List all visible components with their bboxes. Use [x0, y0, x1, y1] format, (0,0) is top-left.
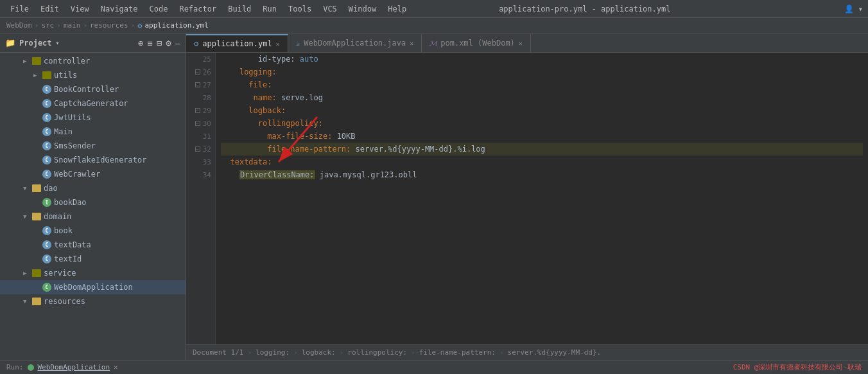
menu-bar: File Edit View Navigate Code Refactor Bu… [0, 0, 868, 18]
sidebar-item-main[interactable]: ▶ C Main [0, 125, 186, 139]
sidebar-item-label: utils [54, 71, 77, 80]
chevron-down-icon: ▼ [23, 213, 30, 220]
menu-item-refactor[interactable]: Refactor [174, 3, 221, 15]
collapse-icon[interactable]: ⊟ [157, 38, 162, 48]
sidebar-item-textdata[interactable]: ▶ C textData [0, 238, 186, 252]
sidebar-item-snowflakeidgenerator[interactable]: ▶ C SnowflakeIdGenerator [0, 153, 186, 167]
sidebar-item-label: resources [44, 297, 85, 306]
list-icon[interactable]: ≡ [147, 38, 152, 48]
sidebar-item-label: WebDomApplication [54, 283, 133, 292]
menu-item-window[interactable]: Window [343, 3, 381, 15]
chevron-right-icon: ▶ [23, 270, 30, 276]
code-line-27: file: [221, 78, 863, 91]
sidebar-item-webcrawler[interactable]: ▶ C WebCrawler [0, 167, 186, 181]
run-status-icon [28, 364, 34, 371]
run-app-name[interactable]: WebDomApplication [38, 363, 110, 371]
menu-item-tools[interactable]: Tools [283, 3, 317, 15]
menu-item-edit[interactable]: Edit [35, 3, 64, 15]
tab-label: application.yml [202, 39, 272, 48]
sidebar-item-label: dao [44, 184, 58, 193]
tab-close-icon[interactable]: ✕ [410, 40, 413, 47]
sidebar-item-dao[interactable]: ▼ dao [0, 181, 186, 195]
folder-icon [32, 269, 41, 277]
sidebar-item-captchagenerator[interactable]: ▶ C CaptchaGenerator [0, 96, 186, 111]
tab-application-yml[interactable]: ⚙ application.yml ✕ [186, 34, 288, 52]
chevron-right-icon: ▶ [33, 72, 40, 78]
class-icon: C [42, 113, 51, 122]
status-document: Document 1/1 [193, 348, 243, 357]
sidebar-item-smssender[interactable]: ▶ C SmsSender [0, 139, 186, 153]
fold-marker[interactable]: − [195, 82, 200, 87]
breadcrumb-file[interactable]: application.yml [144, 21, 208, 30]
sidebar-item-bookdao[interactable]: ▶ I bookDao [0, 195, 186, 209]
breadcrumb-webdom[interactable]: WebDom [6, 21, 32, 30]
sidebar-item-label: controller [44, 57, 90, 66]
breadcrumb-src[interactable]: src [41, 21, 54, 30]
class-icon: C [42, 127, 51, 136]
sidebar-header: 📁 Project ▾ ⊕ ≡ ⊟ ⚙ — [0, 33, 186, 53]
code-line-33: textdata: [221, 156, 863, 168]
fold-marker[interactable]: − [195, 108, 200, 113]
tab-webdomapplication[interactable]: ☕ WebDomApplication.java ✕ [288, 34, 422, 52]
tab-label: pom.xml (WebDom) [440, 39, 515, 48]
menu-item-file[interactable]: File [5, 3, 34, 15]
line-num-33: 33 [190, 156, 211, 168]
breadcrumb-main[interactable]: main [64, 21, 81, 30]
menu-item-help[interactable]: Help [383, 3, 412, 15]
code-editor[interactable]: 25 −26 −27 28 −29 −30 31 −32 33 34 id-ty… [186, 53, 868, 344]
minimize-icon[interactable]: — [175, 38, 180, 48]
menu-item-navigate[interactable]: Navigate [96, 3, 143, 15]
sidebar-item-textid[interactable]: ▶ C textId [0, 252, 186, 266]
sidebar: 📁 Project ▾ ⊕ ≡ ⊟ ⚙ — ▶ controller ▶ [0, 33, 186, 360]
tab-pom-xml[interactable]: 𝓜 pom.xml (WebDom) ✕ [422, 34, 531, 52]
chevron-down-icon: ▼ [23, 185, 30, 191]
sidebar-item-jwtutils[interactable]: ▶ C JwtUtils [0, 111, 186, 125]
class-icon: C [42, 85, 51, 94]
fold-marker[interactable]: − [195, 121, 200, 126]
code-line-28: name: serve.log [221, 91, 863, 104]
code-content[interactable]: id-type: auto logging: file: name: serve… [216, 53, 868, 344]
sidebar-item-bookcontroller[interactable]: ▶ C BookController [0, 82, 186, 96]
menu-item-view[interactable]: View [65, 3, 94, 15]
fold-marker[interactable]: − [195, 147, 200, 152]
run-close-icon[interactable]: ✕ [114, 363, 118, 371]
sidebar-item-controller[interactable]: ▶ controller [0, 54, 186, 68]
class-icon: C [42, 283, 51, 292]
sidebar-item-service[interactable]: ▶ service [0, 266, 186, 280]
class-icon: C [42, 226, 51, 235]
sidebar-item-webdomapplication[interactable]: ▶ C WebDomApplication [0, 280, 186, 294]
breadcrumb-resources[interactable]: resources [90, 21, 128, 30]
sidebar-item-book[interactable]: ▶ C book [0, 224, 186, 238]
settings-icon[interactable]: ⚙ [166, 38, 171, 48]
tab-close-icon[interactable]: ✕ [519, 40, 523, 47]
window-title: application-pro.yml - application.yml [499, 4, 670, 13]
status-logback: logback: [302, 348, 336, 357]
sidebar-item-utils[interactable]: ▶ utils [0, 68, 186, 82]
tab-close-icon[interactable]: ✕ [276, 40, 280, 48]
status-file-name-pattern: file-name-pattern: [419, 348, 496, 357]
sidebar-item-label: book [54, 226, 73, 235]
java-icon: ☕ [296, 39, 300, 48]
fold-marker[interactable]: − [195, 69, 200, 75]
sidebar-item-domain[interactable]: ▼ domain [0, 209, 186, 224]
line-num-31: 31 [190, 130, 211, 143]
status-logging: logging: [256, 348, 290, 357]
sidebar-item-label: Main [54, 127, 73, 136]
line-num-27: −27 [190, 78, 211, 91]
main-layout: 📁 Project ▾ ⊕ ≡ ⊟ ⚙ — ▶ controller ▶ [0, 33, 868, 360]
sidebar-item-label: WebCrawler [54, 170, 100, 179]
csdn-watermark: CSDN @深圳市有德者科技有限公司-耿瑞 [733, 362, 862, 372]
class-icon: C [42, 170, 51, 179]
menu-item-code[interactable]: Code [144, 3, 173, 15]
sidebar-item-label: textData [54, 240, 91, 249]
menu-item-build[interactable]: Build [223, 3, 256, 15]
tab-label: WebDomApplication.java [304, 39, 406, 48]
menu-item-run[interactable]: Run [257, 3, 282, 15]
code-line-31: max-file-size: 10KB [221, 130, 863, 143]
menu-item-vcs[interactable]: VCS [318, 3, 342, 15]
run-label: Run: [6, 363, 24, 371]
folder-open-icon [32, 184, 41, 192]
sidebar-title: Project [19, 39, 52, 48]
add-icon[interactable]: ⊕ [138, 38, 143, 48]
sidebar-item-resources[interactable]: ▼ resources [0, 294, 186, 308]
